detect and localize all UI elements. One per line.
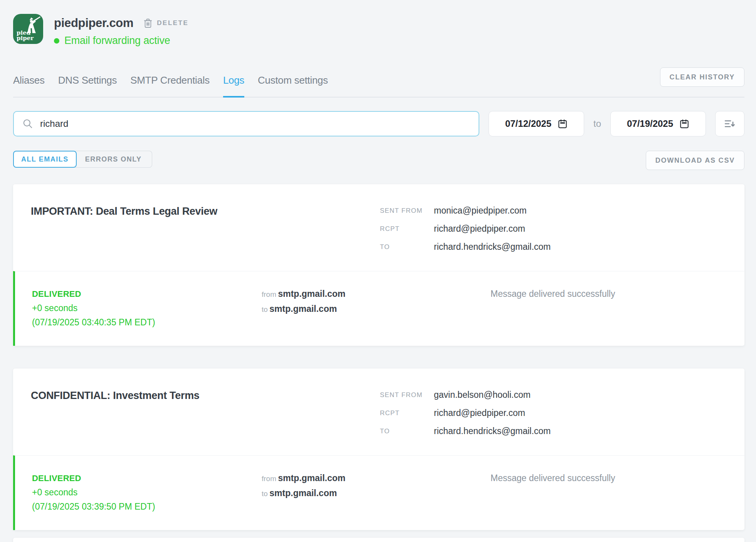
calendar-icon[interactable] [679,119,689,129]
domain-header: pied piper piedpiper.com DELETE [13,14,744,47]
trash-icon [143,18,153,28]
delivery-elapsed: +0 seconds [32,485,262,500]
meta-label: TO [380,425,434,438]
meta-label: SENT FROM [380,389,434,401]
email-meta: SENT FROM monica@piedpiper.com RCPT rich… [380,204,727,271]
route-to-label: to [262,305,268,313]
search-icon [22,118,33,129]
date-to-input[interactable]: 07/19/2025 [610,111,706,136]
email-meta: SENT FROM gavin.belson@hooli.com RCPT ri… [380,389,727,455]
header-info: piedpiper.com DELETE Email forwar [54,14,188,47]
to-address: richard.hendricks@gmail.com [434,425,551,438]
delivery-status: DELIVERED +0 seconds (07/19/2025 03:39:5… [32,471,262,514]
view-options-row: ALL EMAILS ERRORS ONLY DOWNLOAD AS CSV [13,151,744,170]
delivery-details: DELIVERED +0 seconds (07/19/2025 03:40:3… [13,271,744,346]
log-filter-row: 07/12/2025 to 07/19/2025 [13,111,744,136]
sent-from-address: monica@piedpiper.com [434,204,527,217]
email-subject: IMPORTANT: Deal Terms Legal Review [31,204,380,271]
date-from-value: 07/12/2025 [505,118,551,129]
email-filter-segmented: ALL EMAILS ERRORS ONLY [13,151,152,168]
meta-label: SENT FROM [380,204,434,217]
meta-label: TO [380,241,434,253]
tab-smtp-credentials[interactable]: SMTP Credentials [130,74,210,97]
tab-bar: Aliases DNS Settings SMTP Credentials Lo… [13,63,744,98]
forwarding-status: Email forwarding active [54,35,188,47]
date-to-value: 07/19/2025 [627,118,673,129]
tab-logs[interactable]: Logs [223,74,244,98]
next-log-card-partial [13,538,744,542]
rcpt-address: richard@piedpiper.com [434,407,525,419]
delivery-state: DELIVERED [32,471,262,485]
date-range-separator: to [593,118,601,129]
date-from-input[interactable]: 07/12/2025 [489,111,584,136]
search-input[interactable] [40,118,470,129]
delivery-message: Message delivered successfully [491,287,727,330]
log-entry-card: IMPORTANT: Deal Terms Legal Review SENT … [13,184,744,346]
logs-page: pied piper piedpiper.com DELETE [0,0,756,542]
meta-label: RCPT [380,222,434,235]
delivery-route: from smtp.gmail.com to smtp.gmail.com [262,287,491,330]
log-entry-card: CONFIDENTIAL: Investment Terms SENT FROM… [13,369,744,530]
page-title: piedpiper.com [54,16,133,30]
delivery-message: Message delivered successfully [491,471,727,514]
download-csv-button[interactable]: DOWNLOAD AS CSV [646,151,744,170]
filter-errors-only-button[interactable]: ERRORS ONLY [75,151,152,168]
route-from-host: smtp.gmail.com [278,473,345,483]
status-dot-icon [54,38,59,44]
meta-label: RCPT [380,407,434,419]
to-address: richard.hendricks@gmail.com [434,241,551,253]
delivery-state: DELIVERED [32,287,262,301]
sort-descending-icon [724,119,736,129]
delivery-timestamp: (07/19/2025 03:39:50 PM EDT) [32,500,262,514]
tab-aliases[interactable]: Aliases [13,74,45,97]
log-entry-summary: CONFIDENTIAL: Investment Terms SENT FROM… [13,369,744,455]
route-from-label: from [262,475,276,483]
sent-from-address: gavin.belson@hooli.com [434,389,531,401]
email-subject: CONFIDENTIAL: Investment Terms [31,389,380,455]
tab-dns-settings[interactable]: DNS Settings [58,74,117,97]
delivery-elapsed: +0 seconds [32,301,262,315]
filter-all-emails-button[interactable]: ALL EMAILS [13,151,77,168]
status-text: Email forwarding active [64,35,170,47]
calendar-icon[interactable] [558,119,568,129]
rcpt-address: richard@piedpiper.com [434,222,525,235]
route-to-host: smtp.gmail.com [269,488,337,498]
clear-history-button[interactable]: CLEAR HISTORY [660,67,744,87]
tab-custom-settings[interactable]: Custom settings [258,74,328,97]
delivery-timestamp: (07/19/2025 03:40:35 PM EDT) [32,315,262,330]
delivery-status: DELIVERED +0 seconds (07/19/2025 03:40:3… [32,287,262,330]
delete-domain-button[interactable]: DELETE [143,18,188,28]
search-box[interactable] [13,111,479,136]
route-to-host: smtp.gmail.com [269,304,337,314]
delete-label: DELETE [157,19,188,27]
pied-piper-logo: pied piper [13,14,43,44]
log-entry-summary: IMPORTANT: Deal Terms Legal Review SENT … [13,184,744,271]
logo-wordmark: pied piper [17,30,34,41]
delivery-details: DELIVERED +0 seconds (07/19/2025 03:39:5… [13,455,744,530]
sort-button[interactable] [715,111,744,136]
route-to-label: to [262,490,268,498]
delivery-route: from smtp.gmail.com to smtp.gmail.com [262,471,491,514]
route-from-host: smtp.gmail.com [278,289,345,299]
route-from-label: from [262,290,276,298]
